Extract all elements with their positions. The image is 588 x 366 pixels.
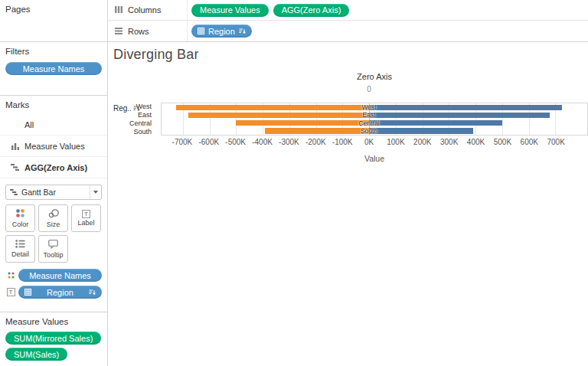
- filters-shelf: Filters Measure Names: [0, 42, 107, 96]
- pill-label: Region: [47, 288, 74, 297]
- bar-row-east: East: [162, 111, 587, 119]
- pages-title: Pages: [5, 5, 102, 14]
- label-shelf-row: T Region: [5, 286, 102, 299]
- tableau-window: Pages Filters Measure Names Marks All Me…: [0, 0, 588, 366]
- bar-chart-icon: [10, 142, 20, 150]
- row-header-west[interactable]: West: [108, 103, 155, 111]
- label-icon: T: [82, 210, 90, 218]
- bar-rows: WestEastCentralSouth: [162, 103, 587, 135]
- filter-pill-label: Measure Names: [23, 64, 85, 74]
- label-button[interactable]: T Label: [71, 204, 101, 232]
- label-button-label: Label: [77, 220, 94, 227]
- columns-shelf-drop[interactable]: Measure Values AGG(Zero Axis): [187, 0, 588, 20]
- x-tick-label: -300K: [279, 138, 299, 146]
- marks-card-measure-values[interactable]: Measure Values: [0, 136, 107, 157]
- pill-measure-names-color[interactable]: Measure Names: [18, 269, 102, 282]
- pill-measure-values[interactable]: Measure Values: [191, 4, 269, 17]
- pill-label: Measure Names: [29, 271, 91, 280]
- bar-row-south: South: [162, 127, 587, 135]
- shelves: Columns Measure Values AGG(Zero Axis): [108, 0, 588, 42]
- pill-agg-zero-axis[interactable]: AGG(Zero Axis): [273, 4, 350, 17]
- bar-central-mirrored-sales[interactable]: [236, 120, 369, 126]
- x-tick-label: 500K: [494, 138, 511, 146]
- size-icon: [48, 208, 59, 220]
- x-tick-label: -400K: [252, 138, 273, 146]
- x-tick-strip: -700K-600K-500K-400K-300K-200K-100K0K100…: [161, 138, 588, 147]
- detail-button-label: Detail: [11, 251, 29, 258]
- grid-icon: [24, 289, 31, 296]
- bar-central-sales[interactable]: [369, 120, 502, 126]
- sidebar: Pages Filters Measure Names Marks All Me…: [0, 0, 108, 366]
- x-tick-label: -600K: [198, 138, 219, 146]
- x-tick-label: 400K: [467, 138, 485, 146]
- marks-card-agg-zero-axis[interactable]: AGG(Zero Axis): [0, 157, 107, 178]
- bar-south-mirrored-sales[interactable]: [265, 128, 369, 133]
- x-tick-label: -500K: [225, 138, 246, 146]
- pill-label: Measure Values: [200, 5, 260, 15]
- x-tick-label: -700K: [172, 138, 193, 146]
- color-icon: [15, 208, 25, 220]
- pill-sum-sales[interactable]: SUM(Sales): [5, 348, 67, 361]
- tooltip-icon: [48, 240, 58, 250]
- marks-panel: Marks All Measure Values AGG(Zero Axis): [0, 96, 107, 312]
- tooltip-button[interactable]: Tooltip: [38, 235, 68, 263]
- color-button[interactable]: Color: [5, 204, 35, 232]
- filters-title: Filters: [5, 47, 102, 56]
- label-shelf-icon: T: [5, 288, 16, 296]
- row-header-south[interactable]: South: [108, 127, 155, 136]
- top-tick-strip: 0: [161, 85, 588, 94]
- x-tick-label: 100K: [387, 138, 404, 146]
- pill-region-label[interactable]: Region: [18, 286, 102, 299]
- pill-sum-mirrored-sales[interactable]: SUM(Mirrored Sales): [5, 332, 101, 345]
- measure-values-title: Measure Values: [5, 317, 68, 326]
- filter-pill-measure-names[interactable]: Measure Names: [5, 62, 102, 75]
- bar-east-sales[interactable]: [369, 113, 550, 118]
- bar-west-mirrored-sales[interactable]: [176, 105, 369, 110]
- sort-icon: [239, 28, 246, 34]
- top-axis-title: Zero Axis: [161, 72, 588, 81]
- bar-east-mirrored-sales[interactable]: [188, 113, 369, 118]
- x-tick-label: 300K: [440, 138, 458, 146]
- size-button-label: Size: [47, 221, 60, 228]
- sheet: Diverging Bar Zero Axis 0 Reg.. WestEast…: [108, 42, 588, 366]
- pill-region[interactable]: Region: [191, 25, 252, 38]
- x-axis-title: Value: [161, 154, 588, 163]
- color-button-label: Color: [12, 221, 29, 228]
- bar-row-central: Central: [162, 119, 587, 127]
- detail-icon: [15, 240, 25, 250]
- bar-mark-label: West: [361, 103, 376, 111]
- bar-south-sales[interactable]: [369, 128, 473, 133]
- color-shelf-row: Measure Names: [5, 269, 102, 282]
- rows-label: Rows: [128, 27, 149, 36]
- bar-mark-label: East: [363, 111, 376, 119]
- row-header-east[interactable]: East: [108, 111, 155, 119]
- rows-shelf: Rows Region: [108, 21, 588, 41]
- bar-row-west: West: [162, 103, 587, 111]
- x-tick-label: -100K: [332, 138, 353, 146]
- gantt-icon: [10, 164, 20, 171]
- bar-mark-label: Central: [358, 119, 379, 127]
- chevron-down-icon: [90, 185, 101, 199]
- marks-card-measure-values-label: Measure Values: [24, 142, 85, 151]
- pages-shelf[interactable]: Pages: [0, 0, 107, 42]
- rows-shelf-drop[interactable]: Region: [187, 21, 588, 41]
- size-button[interactable]: Size: [38, 204, 68, 232]
- columns-shelf: Columns Measure Values AGG(Zero Axis): [108, 0, 588, 21]
- row-labels: WestEastCentralSouth: [108, 103, 155, 136]
- marks-buttons: Color Size T Label Detail: [5, 204, 102, 263]
- row-header-central[interactable]: Central: [108, 119, 155, 128]
- bar-west-sales[interactable]: [369, 105, 562, 110]
- detail-button[interactable]: Detail: [5, 235, 35, 263]
- sheet-title: Diverging Bar: [113, 47, 199, 63]
- x-tick-label: 600K: [521, 138, 538, 146]
- marks-title: Marks: [0, 100, 107, 109]
- grid-icon: [198, 28, 204, 34]
- rows-shelf-label: Rows: [108, 21, 187, 41]
- marks-card-all[interactable]: All: [0, 114, 107, 136]
- mark-type-dropdown[interactable]: Gantt Bar: [5, 185, 102, 200]
- mark-type-label: Gantt Bar: [21, 188, 90, 197]
- marks-card-all-label: All: [24, 120, 34, 129]
- columns-label: Columns: [128, 5, 161, 15]
- columns-icon: [115, 5, 122, 15]
- rows-icon: [115, 27, 122, 36]
